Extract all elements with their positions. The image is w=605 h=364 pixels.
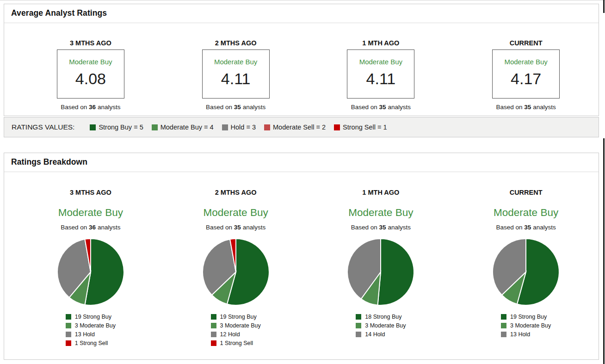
- pie-legend-color-swatch: [501, 314, 506, 320]
- pie-legend-item-label: 3 Moderate Buy: [365, 322, 406, 329]
- ratings-breakdown-title: Ratings Breakdown: [4, 153, 599, 172]
- rating-box: Moderate Buy 4.11: [202, 49, 270, 99]
- pie-legend-item: 19 Strong Buy: [211, 312, 261, 321]
- pie-legend-color-swatch: [501, 323, 506, 328]
- pie-legend-item-label: 3 Moderate Buy: [510, 322, 551, 329]
- ratings-values-legend-item: Moderate Sell = 2: [264, 123, 326, 131]
- pie-legend-item-label: 12 Hold: [220, 331, 240, 338]
- rating-score-value: 4.11: [203, 71, 269, 86]
- pie-legend-color-swatch: [211, 314, 216, 320]
- rating-period-label: 3 MTHS AGO: [18, 39, 163, 47]
- pie-legend-item: 19 Strong Buy: [501, 312, 551, 321]
- breakdown-column: 2 MTHS AGO Moderate Buy Based on 35 anal…: [163, 189, 309, 347]
- ratings-values-bar: RATINGS VALUES: Strong Buy = 5 Moderate …: [4, 117, 599, 137]
- rating-card: 3 MTHS AGO Moderate Buy 4.08 Based on 36…: [18, 39, 163, 111]
- pie-legend-item: 14 Hold: [356, 330, 406, 339]
- pie-legend: 19 Strong Buy 3 Moderate Buy 13 Hold 1 S…: [66, 312, 116, 347]
- based-on-text: Based on 35 analysts: [163, 104, 309, 111]
- pie-legend-item: 19 Strong Buy: [66, 312, 116, 321]
- pie-legend-item: 18 Strong Buy: [356, 312, 406, 321]
- pie-chart: [309, 237, 454, 307]
- pie-legend-item-label: 18 Strong Buy: [365, 314, 401, 320]
- breakdown-based-on-text: Based on 36 analysts: [18, 224, 163, 231]
- breakdown-based-on-text: Based on 35 analysts: [163, 224, 309, 231]
- pie-legend-item: 3 Moderate Buy: [211, 321, 261, 330]
- legend-item-label: Moderate Buy = 4: [161, 123, 214, 131]
- pie-legend-color-swatch: [211, 323, 216, 328]
- rating-period-label: CURRENT: [453, 39, 599, 47]
- cropped-right-panel-edge: [603, 138, 605, 364]
- ratings-breakdown-columns: 3 MTHS AGO Moderate Buy Based on 36 anal…: [4, 189, 599, 347]
- ratings-values-legend-item: Moderate Buy = 4: [152, 123, 214, 131]
- page-top-border: [0, 0, 605, 0]
- rating-consensus-label: Moderate Buy: [493, 58, 559, 66]
- pie-legend-color-swatch: [211, 340, 216, 346]
- breakdown-column: 3 MTHS AGO Moderate Buy Based on 36 anal…: [18, 189, 163, 347]
- pie-legend-color-swatch: [356, 323, 361, 328]
- rating-score-value: 4.11: [347, 71, 414, 86]
- rating-box: Moderate Buy 4.17: [492, 49, 560, 99]
- rating-card: CURRENT Moderate Buy 4.17 Based on 35 an…: [453, 39, 599, 111]
- legend-color-swatch: [264, 124, 270, 130]
- pie-legend-item: 3 Moderate Buy: [66, 321, 116, 330]
- pie-chart: [453, 237, 599, 307]
- breakdown-consensus-label: Moderate Buy: [453, 207, 599, 219]
- ratings-breakdown-panel: Ratings Breakdown 3 MTHS AGO Moderate Bu…: [4, 153, 599, 360]
- average-ratings-title: Average Analyst Ratings: [4, 4, 599, 23]
- breakdown-based-on-text: Based on 35 analysts: [453, 224, 599, 231]
- legend-color-swatch: [90, 124, 96, 130]
- legend-color-swatch: [334, 124, 340, 130]
- pie-chart: [163, 237, 309, 307]
- pie-legend-color-swatch: [501, 332, 506, 337]
- pie-legend-item-label: 13 Hold: [510, 331, 530, 338]
- legend-color-swatch: [222, 124, 228, 130]
- pie-legend-item-label: 1 Strong Sell: [220, 340, 253, 346]
- based-on-text: Based on 35 analysts: [453, 104, 599, 111]
- ratings-values-legend-item: Strong Sell = 1: [334, 123, 387, 131]
- breakdown-column: CURRENT Moderate Buy Based on 35 analyst…: [453, 189, 599, 347]
- rating-consensus-label: Moderate Buy: [203, 58, 269, 66]
- rating-score-value: 4.17: [493, 71, 559, 86]
- pie-legend-item-label: 13 Hold: [75, 331, 95, 338]
- ratings-values-legend-item: Hold = 3: [222, 123, 256, 131]
- based-on-text: Based on 35 analysts: [309, 104, 454, 111]
- pie-legend-item-label: 19 Strong Buy: [75, 314, 111, 320]
- breakdown-period-label: 2 MTHS AGO: [163, 189, 309, 196]
- rating-consensus-label: Moderate Buy: [347, 58, 414, 66]
- rating-period-label: 1 MTH AGO: [309, 39, 454, 47]
- rating-period-label: 2 MTHS AGO: [163, 39, 309, 47]
- pie-legend-item: 3 Moderate Buy: [501, 321, 551, 330]
- pie-legend-color-swatch: [356, 314, 361, 320]
- ratings-values-legend-item: Strong Buy = 5: [90, 123, 143, 131]
- rating-box: Moderate Buy 4.08: [57, 49, 124, 99]
- pie-legend-item: 12 Hold: [211, 330, 261, 339]
- average-ratings-cards-row: 3 MTHS AGO Moderate Buy 4.08 Based on 36…: [4, 39, 599, 111]
- ratings-values-items: Strong Buy = 5 Moderate Buy = 4 Hold = 3…: [90, 123, 395, 131]
- pie-legend-color-swatch: [66, 314, 71, 320]
- rating-box: Moderate Buy 4.11: [347, 49, 414, 99]
- legend-item-label: Strong Sell = 1: [343, 123, 387, 131]
- rating-score-value: 4.08: [57, 71, 124, 86]
- pie-chart: [18, 237, 163, 307]
- pie-legend: 18 Strong Buy 3 Moderate Buy 14 Hold: [356, 312, 406, 339]
- pie-legend: 19 Strong Buy 3 Moderate Buy 12 Hold 1 S…: [211, 312, 261, 347]
- breakdown-consensus-label: Moderate Buy: [309, 207, 454, 219]
- pie-legend-item-label: 19 Strong Buy: [510, 314, 547, 320]
- pie-legend-item-label: 3 Moderate Buy: [75, 322, 116, 329]
- based-on-text: Based on 36 analysts: [18, 104, 163, 111]
- pie-legend-item: 3 Moderate Buy: [356, 321, 406, 330]
- breakdown-column: 1 MTH AGO Moderate Buy Based on 35 analy…: [309, 189, 454, 347]
- rating-consensus-label: Moderate Buy: [57, 58, 124, 66]
- breakdown-based-on-text: Based on 35 analysts: [309, 224, 454, 231]
- pie-legend-item-label: 3 Moderate Buy: [220, 322, 261, 329]
- pie-legend-item: 13 Hold: [66, 330, 116, 339]
- breakdown-period-label: 3 MTHS AGO: [18, 189, 163, 196]
- legend-item-label: Moderate Sell = 2: [273, 123, 326, 131]
- legend-item-label: Strong Buy = 5: [99, 123, 143, 131]
- pie-legend-color-swatch: [66, 340, 71, 346]
- pie-legend-item-label: 1 Strong Sell: [75, 340, 108, 346]
- legend-color-swatch: [152, 124, 158, 130]
- breakdown-consensus-label: Moderate Buy: [163, 207, 309, 219]
- pie-legend-item-label: 19 Strong Buy: [220, 314, 257, 320]
- pie-legend-color-swatch: [66, 332, 71, 337]
